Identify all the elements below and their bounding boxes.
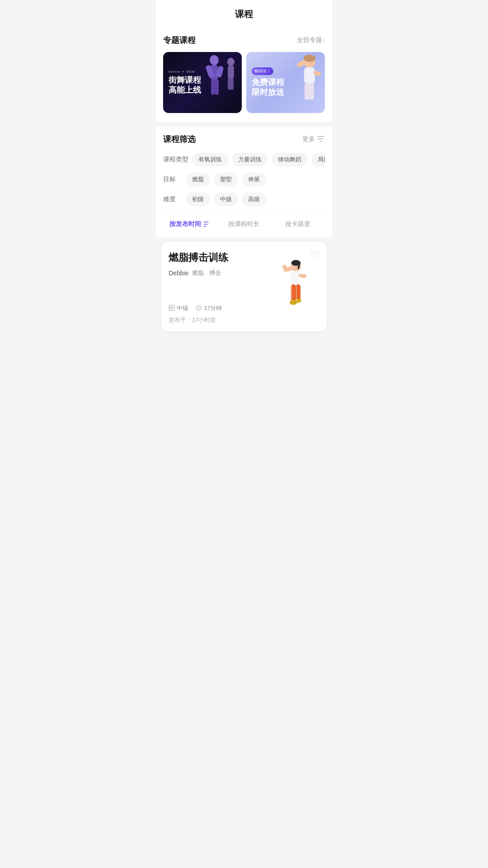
banner-row: mirror × 5KM 街舞课程高能上线	[163, 52, 325, 113]
svg-rect-26	[291, 271, 300, 285]
banner-figure-2	[285, 54, 323, 113]
svg-rect-39	[170, 309, 172, 309]
filter-tag-beginner[interactable]: 初级	[186, 193, 210, 206]
duration-value: 17分钟	[204, 304, 222, 312]
filter-label-difficulty: 难度	[163, 195, 182, 203]
filter-more-btn[interactable]: 更多	[302, 135, 325, 144]
difficulty-icon	[169, 305, 175, 312]
svg-rect-5	[215, 79, 219, 95]
sort-by-calories-label: 按卡路里	[285, 220, 310, 227]
sort-by-time[interactable]: 按发布时间	[163, 220, 217, 228]
svg-rect-35	[296, 284, 297, 301]
svg-rect-7	[228, 66, 234, 78]
svg-point-6	[227, 58, 235, 66]
filter-tag-intermediate[interactable]: 中级	[214, 193, 238, 206]
filter-tags-difficulty: 初级 中级 高级	[186, 193, 266, 206]
svg-rect-9	[230, 77, 234, 90]
page-title: 课程	[156, 0, 332, 28]
banner-figure-1	[198, 52, 242, 113]
featured-header: 专题课程 全部专题 ›	[163, 35, 325, 46]
filter-header: 课程筛选 更多	[163, 134, 325, 145]
tag-separator: ·	[206, 270, 207, 277]
banner-card-street-dance[interactable]: mirror × 5KM 街舞课程高能上线	[163, 52, 242, 113]
filter-title: 课程筛选	[163, 134, 196, 145]
svg-point-11	[304, 55, 315, 62]
promo-tag: 畅快练！	[252, 67, 273, 75]
filter-tag-dance[interactable]: 律动舞蹈	[272, 153, 308, 166]
filter-funnel-icon	[317, 135, 325, 144]
svg-line-42	[199, 308, 200, 309]
svg-rect-8	[228, 77, 231, 90]
filter-more-label: 更多	[302, 135, 315, 143]
sort-time-icon	[203, 220, 211, 228]
filter-tag-shape[interactable]: 塑型	[214, 173, 238, 186]
filter-tag-aerobic[interactable]: 有氧训练	[192, 153, 228, 166]
duration-stat: 17分钟	[196, 304, 222, 312]
clock-icon	[196, 305, 202, 312]
filter-row-type: 课程类型 有氧训练 力量训练 律动舞蹈 局部塑型 青少年	[163, 153, 325, 166]
course-tags: 燃脂 · 搏击	[192, 269, 221, 277]
sort-by-time-label: 按发布时间	[169, 220, 201, 228]
featured-section: 专题课程 全部专题 › mirror × 5KM 街舞课程高能上线	[156, 28, 332, 122]
course-tag-fatburn: 燃脂	[192, 269, 204, 277]
filter-label-type: 课程类型	[163, 156, 188, 164]
filter-tag-advanced[interactable]: 高级	[242, 193, 266, 206]
course-figure	[268, 255, 322, 319]
course-instructor: Debbie	[169, 269, 188, 277]
svg-rect-37	[170, 307, 174, 307]
svg-rect-12	[304, 67, 315, 84]
svg-rect-16	[309, 83, 314, 100]
svg-point-33	[295, 298, 301, 302]
sort-by-calories[interactable]: 按卡路里	[271, 220, 325, 228]
filter-label-goal: 目标	[163, 175, 182, 184]
sort-by-duration-label: 按课程时长	[228, 220, 260, 227]
sort-row: 按发布时间 按课程时长 按卡路里	[163, 212, 325, 228]
filter-section: 课程筛选 更多 课程类型 有氧训练 力量训练 律动舞蹈 局部塑型 青少年 目标	[156, 127, 332, 237]
difficulty-value: 中级	[177, 304, 188, 312]
featured-more-label: 全部专题	[297, 36, 322, 44]
featured-more-btn[interactable]: 全部专题 ›	[297, 36, 325, 44]
course-tag-boxing: 搏击	[209, 269, 221, 277]
filter-row-goal: 目标 燃脂 塑型 伸展	[163, 173, 325, 186]
svg-point-0	[210, 55, 219, 65]
chevron-right-icon: ›	[323, 37, 325, 43]
banner-card-free-course[interactable]: 畅快练！ 免费课程限时放送	[246, 52, 325, 113]
filter-tag-fatburn[interactable]: 燃脂	[186, 173, 210, 186]
filter-tag-sculpt[interactable]: 局部塑型	[311, 153, 325, 166]
filter-row-difficulty: 难度 初级 中级 高级	[163, 193, 325, 206]
featured-title: 专题课程	[163, 35, 196, 46]
filter-tag-stretch[interactable]: 伸展	[242, 173, 266, 186]
filter-tags-type: 有氧训练 力量训练 律动舞蹈 局部塑型 青少年	[192, 153, 325, 166]
svg-rect-15	[305, 83, 310, 100]
sort-by-duration[interactable]: 按课程时长	[217, 220, 271, 228]
svg-rect-34	[291, 284, 292, 301]
difficulty-stat: 中级	[169, 304, 188, 312]
svg-rect-38	[170, 307, 174, 308]
course-card-1[interactable]: ♡ 燃脂搏击训练 Debbie 燃脂 · 搏击	[161, 242, 327, 331]
filter-tag-strength[interactable]: 力量训练	[232, 153, 268, 166]
svg-rect-4	[211, 79, 215, 95]
filter-tags-goal: 燃脂 塑型 伸展	[186, 173, 266, 186]
